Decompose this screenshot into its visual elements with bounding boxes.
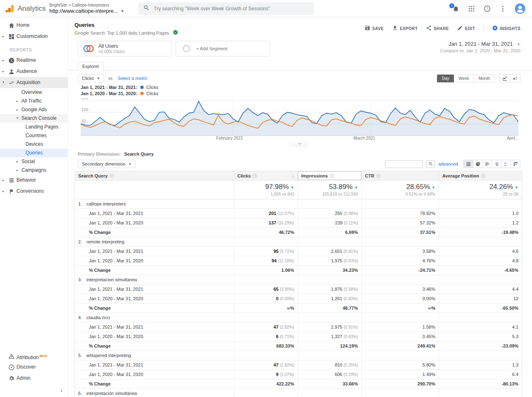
primary-dimension-value[interactable]: Search Query <box>124 152 154 156</box>
date-range-label: Jan 1, 2020 - Mar 31, 2020 <box>75 370 234 379</box>
granularity-month-button[interactable]: Month <box>474 75 495 82</box>
sidebar-item-discover[interactable]: Discover <box>0 362 67 373</box>
view-percentage-icon[interactable] <box>473 160 483 168</box>
help-icon: ? <box>330 174 334 178</box>
sidebar-item-landing-pages[interactable]: Landing Pages <box>0 123 67 131</box>
sidebar-item-behavior[interactable]: ▸Behavior <box>0 175 67 186</box>
sidebar-item-campaigns[interactable]: ▸Campaigns <box>0 166 67 175</box>
column-header-search-query[interactable]: Search Query? <box>75 171 234 180</box>
query-name[interactable]: calliope interpreters <box>86 201 126 206</box>
avatar[interactable] <box>515 3 525 14</box>
realtime-icon <box>8 57 15 64</box>
table-search-button[interactable] <box>426 160 435 168</box>
sidebar-item-all-traffic[interactable]: ▸All Traffic <box>0 97 67 105</box>
sidebar-item-audience[interactable]: ▸Audience <box>0 66 67 77</box>
sidebar-item-home[interactable]: Home <box>0 20 67 31</box>
table-row-query: 1.calliope interpreters <box>75 199 522 209</box>
metric-selector[interactable]: Clicks ▼ <box>78 74 104 82</box>
row-index: 6. <box>78 391 86 396</box>
export-button[interactable]: EXPORT <box>392 25 418 32</box>
granularity-week-button[interactable]: Week <box>454 75 474 82</box>
segment-all-users[interactable]: All Users +0.00% Clicks <box>78 41 172 56</box>
divider <box>483 25 484 32</box>
line-chart-type-icon[interactable] <box>499 74 510 82</box>
date-range-label: Jan 1, 2021 - Mar 31, 2021 <box>75 247 234 256</box>
main-content: Queries Google Search: Top 1,000 daily L… <box>68 17 532 397</box>
row-index: 4. <box>78 315 86 320</box>
save-button[interactable]: SAVE <box>365 25 384 32</box>
tab-explorer[interactable]: Explorer <box>78 62 104 70</box>
query-name[interactable]: interpretacion simultanea <box>86 277 137 282</box>
granularity-day-button[interactable]: Day <box>437 75 454 82</box>
sidebar-item-overview[interactable]: Overview <box>0 88 67 97</box>
add-segment-button[interactable]: + Add Segment <box>176 41 269 56</box>
breadcrumb[interactable]: BrightSite > Calliope-Interpreters <box>49 3 124 7</box>
chevron-down-icon: ▼ <box>517 42 520 47</box>
column-header-ctr[interactable]: CTR? <box>362 171 439 180</box>
select-metric-link[interactable]: Select a metric <box>118 76 148 81</box>
edit-button[interactable]: EDIT <box>457 25 475 32</box>
analytics-logo[interactable]: Analytics <box>0 4 46 14</box>
more-options-icon[interactable] <box>499 5 506 12</box>
search-input[interactable] <box>154 6 309 12</box>
sidebar-item-label: Landing Pages <box>26 124 58 130</box>
expander-icon: ▸ <box>16 157 18 166</box>
view-term-cloud-icon[interactable]: AabBcC <box>501 160 511 168</box>
sidebar-item-conversions[interactable]: ▸Conversions <box>0 186 67 197</box>
motion-chart-type-icon[interactable] <box>510 74 520 82</box>
sidebar-item-label: Social <box>21 159 35 164</box>
sidebar-item-countries[interactable]: Countries <box>0 131 67 140</box>
query-name[interactable]: remote interpreting <box>86 239 124 244</box>
svg-text:bBcC: bBcC <box>504 164 508 166</box>
table-row: Jan 1, 2020 - Mar 31, 2020137(16.29%)239… <box>75 218 522 228</box>
apps-grid-icon[interactable] <box>468 5 475 12</box>
chevron-down-icon: ▼ <box>128 162 132 166</box>
view-comparison-icon[interactable] <box>492 160 502 168</box>
table-search-input[interactable] <box>385 160 423 168</box>
table-row-change: % Change683.33%124.19%249.41%-23.09% <box>75 341 522 351</box>
share-button[interactable]: SHARE <box>426 25 449 32</box>
legend-date-label: Jan 1, 2021 - Mar 31, 2021: <box>81 85 137 90</box>
column-header-impressions[interactable]: Impressions? <box>298 171 362 180</box>
view-pivot-icon[interactable] <box>511 160 520 168</box>
sidebar-collapse-button[interactable]: ‹ <box>0 385 67 397</box>
view-performance-icon[interactable] <box>482 160 492 168</box>
query-name[interactable]: interpretación simultánea <box>86 391 137 396</box>
advanced-filter-link[interactable]: advanced <box>438 161 458 166</box>
global-search[interactable] <box>138 2 314 15</box>
report-table: Search Query?Clicks?↓Impressions?CTR?Ave… <box>74 171 522 397</box>
table-row-change: % Change422.22%33.66%290.70%-80.13% <box>75 379 522 389</box>
sidebar-item-realtime[interactable]: ▸Realtime <box>0 55 67 66</box>
sidebar-item-acquisition[interactable]: ▸Acquisition <box>0 77 67 88</box>
query-name[interactable]: whispered interpreting <box>86 353 131 358</box>
query-name[interactable]: claudia ricci <box>86 315 110 320</box>
column-header-clicks[interactable]: Clicks?↓ <box>234 171 298 180</box>
date-range-selector[interactable]: Jan 1, 2021 - Mar 31, 2021 ▼ Compare to:… <box>440 41 520 53</box>
sidebar-item-google-ads[interactable]: ▸Google Ads <box>0 105 67 114</box>
legend-row: Jan 1, 2021 - Mar 31, 2021:Clicks <box>81 85 532 90</box>
expander-icon: ▸ <box>13 117 22 119</box>
sidebar-section-label: REPORTS <box>0 42 67 55</box>
sidebar-item-label: Overview <box>21 89 42 95</box>
add-segment-label: + Add Segment <box>196 46 228 51</box>
property-selector[interactable]: http://www.calliope-interpre... ▼ <box>49 8 124 14</box>
sort-descending-icon[interactable]: ↓ <box>292 173 295 178</box>
insights-button[interactable]: INSIGHTS <box>492 25 520 32</box>
sidebar-item-queries[interactable]: Queries <box>0 149 67 157</box>
sidebar-item-customization[interactable]: ▸Customization <box>0 31 67 42</box>
notifications-bell-icon[interactable]: 1 <box>452 5 460 12</box>
view-table-icon[interactable] <box>463 160 473 168</box>
legend-dot-icon <box>140 86 144 89</box>
sidebar-item-attribution[interactable]: AttributionBETA <box>0 350 67 362</box>
sidebar-item-search-console[interactable]: ▸Search Console <box>0 114 67 123</box>
table-row: Jan 1, 2021 - Mar 31, 2021201(12.07%)255… <box>75 209 522 218</box>
column-header-average-position[interactable]: Average Position? <box>439 171 522 180</box>
sidebar-item-devices[interactable]: Devices <box>0 140 67 149</box>
edit-icon <box>457 25 463 32</box>
sidebar-item-admin[interactable]: Admin <box>0 373 67 384</box>
sidebar-item-social[interactable]: ▸Social <box>0 157 67 166</box>
secondary-dimension-button[interactable]: Secondary dimension ▼ <box>78 160 136 168</box>
help-icon[interactable]: ? <box>483 5 491 12</box>
add-segment-circle-icon <box>180 44 193 53</box>
chart-expand-handle[interactable] <box>293 142 307 146</box>
